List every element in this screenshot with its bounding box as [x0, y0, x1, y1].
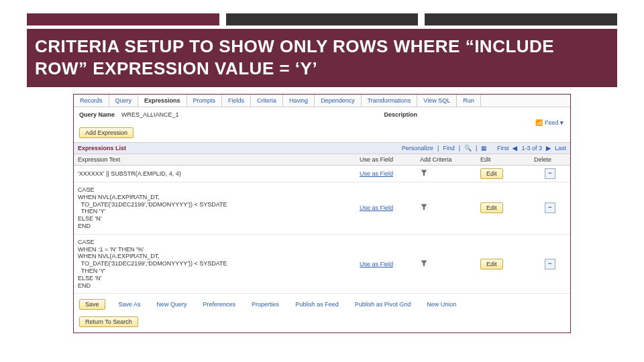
save-button[interactable]: Save: [79, 299, 105, 310]
query-name-label: Query Name: [79, 111, 115, 118]
tab-run[interactable]: Run: [457, 95, 481, 107]
expression-text: 'XXXXXX' || SUBSTR(A.EMPLID, 4, 4): [74, 166, 356, 182]
tab-fields[interactable]: Fields: [222, 95, 251, 107]
tab-prompts[interactable]: Prompts: [187, 95, 223, 107]
tab-records[interactable]: Records: [74, 95, 109, 107]
footer-link-properties[interactable]: Properties: [252, 301, 279, 308]
footer-link-preferences[interactable]: Preferences: [203, 301, 236, 308]
table-row: CASE WHEN :1 = 'N' THEN '%' WHEN NVL(A.E…: [74, 235, 570, 294]
use-as-field-link[interactable]: Use as Field: [356, 168, 416, 180]
edit-button[interactable]: Edit: [480, 259, 503, 269]
footer-actions: Save Save AsNew QueryPreferencesProperti…: [74, 294, 570, 312]
chevron-right-icon[interactable]: ▶: [546, 145, 551, 152]
find-link[interactable]: Find: [443, 145, 455, 152]
use-as-field-link[interactable]: Use as Field: [356, 258, 416, 270]
footer-link-publish-as-pivot-grid[interactable]: Publish as Pivot Grid: [355, 301, 411, 308]
feed-link[interactable]: 📶 Feed ▾: [535, 119, 564, 126]
add-criteria-button[interactable]: [416, 200, 476, 215]
feed-icon: 📶: [535, 119, 543, 126]
column-header: Use as Field: [356, 154, 416, 165]
tab-having[interactable]: Having: [283, 95, 315, 107]
column-headers: Expression TextUse as FieldAdd CriteriaE…: [74, 154, 570, 166]
expression-text: CASE WHEN NVL(A.EXPIRATN_DT, TO_DATE('31…: [74, 182, 356, 234]
footer-link-new-union[interactable]: New Union: [427, 301, 456, 308]
add-criteria-button[interactable]: [416, 257, 476, 272]
add-criteria-button[interactable]: [416, 166, 476, 181]
zoom-icon[interactable]: 🔍: [464, 145, 472, 152]
query-manager-panel: RecordsQueryExpressionsPromptsFieldsCrit…: [73, 94, 571, 333]
tab-transformations[interactable]: Transformations: [362, 95, 418, 107]
slide-accent-bars: [0, 0, 644, 25]
filter-icon: [420, 203, 428, 211]
tab-view-sql[interactable]: View SQL: [417, 95, 457, 107]
download-icon[interactable]: ▦: [481, 145, 487, 152]
expression-text: CASE WHEN :1 = 'N' THEN '%' WHEN NVL(A.E…: [74, 235, 356, 294]
query-header: Query Name WRES_ALLIANCE_1 Description: [74, 107, 570, 119]
delete-button[interactable]: −: [545, 259, 555, 269]
filter-icon: [420, 259, 428, 267]
edit-button[interactable]: Edit: [480, 202, 503, 213]
column-header: Expression Text: [74, 154, 356, 165]
chevron-down-icon: ▾: [560, 119, 564, 126]
tab-expressions[interactable]: Expressions: [138, 95, 187, 107]
expressions-list-header: Expressions List Personalize | Find | 🔍 …: [74, 142, 570, 154]
tab-dependency[interactable]: Dependency: [315, 95, 362, 107]
description-label: Description: [384, 111, 417, 118]
footer-link-new-query[interactable]: New Query: [157, 301, 187, 308]
footer-link-publish-as-feed[interactable]: Publish as Feed: [295, 301, 339, 308]
tab-strip: RecordsQueryExpressionsPromptsFieldsCrit…: [74, 95, 570, 107]
delete-button[interactable]: −: [545, 202, 555, 213]
slide-title-band: CRITERIA SETUP TO SHOW ONLY ROWS WHERE “…: [27, 29, 617, 87]
query-name-value: WRES_ALLIANCE_1: [121, 111, 179, 118]
delete-button[interactable]: −: [545, 168, 555, 179]
last-link[interactable]: Last: [555, 145, 566, 152]
filter-icon: [420, 169, 428, 177]
return-to-search-button[interactable]: Return To Search: [79, 316, 138, 327]
table-row: 'XXXXXX' || SUBSTR(A.EMPLID, 4, 4)Use as…: [74, 166, 570, 182]
chevron-left-icon[interactable]: ◀: [513, 145, 517, 152]
column-header: Delete: [530, 154, 570, 165]
personalize-link[interactable]: Personalize: [402, 145, 433, 152]
column-header: Edit: [476, 154, 530, 165]
add-expression-button[interactable]: Add Expression: [79, 127, 133, 138]
tab-query[interactable]: Query: [109, 95, 139, 107]
footer-link-save-as[interactable]: Save As: [119, 301, 141, 308]
expressions-list-title: Expressions List: [78, 145, 126, 152]
first-link[interactable]: First: [497, 145, 509, 152]
tab-criteria[interactable]: Criteria: [251, 95, 283, 107]
use-as-field-link[interactable]: Use as Field: [356, 202, 416, 214]
column-header: Add Criteria: [416, 154, 476, 165]
edit-button[interactable]: Edit: [480, 168, 503, 179]
range-text: 1-3 of 3: [521, 145, 542, 152]
slide-title: CRITERIA SETUP TO SHOW ONLY ROWS WHERE “…: [35, 36, 609, 79]
table-row: CASE WHEN NVL(A.EXPIRATN_DT, TO_DATE('31…: [74, 182, 570, 235]
